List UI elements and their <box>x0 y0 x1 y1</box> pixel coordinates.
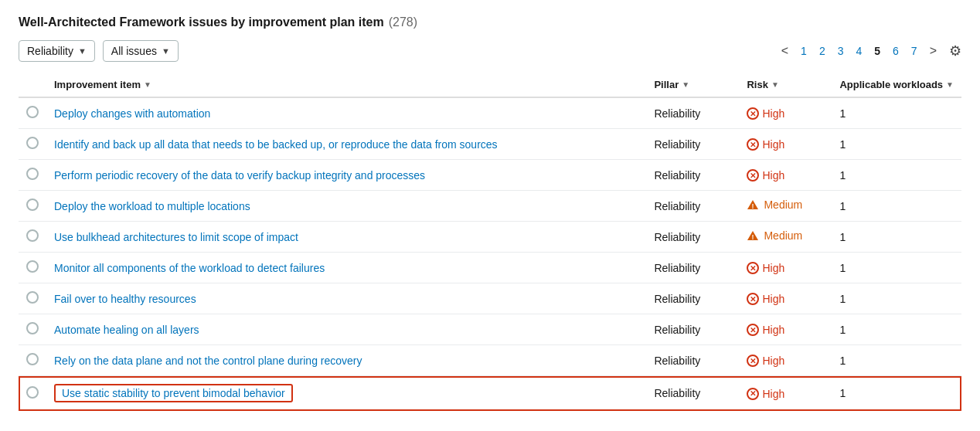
improvement-item-link[interactable]: Identify and back up all data that needs… <box>54 138 498 151</box>
medium-risk-icon: ! <box>747 199 759 211</box>
row-select-radio[interactable] <box>26 353 39 365</box>
table-row: Deploy changes with automationReliabilit… <box>19 97 961 129</box>
improvement-item-link[interactable]: Monitor all components of the workload t… <box>54 262 325 274</box>
risk-label: High <box>762 324 784 336</box>
settings-icon[interactable]: ⚙ <box>949 42 961 59</box>
high-risk-icon: ✕ <box>747 324 759 336</box>
risk-value: ✕High <box>739 129 832 160</box>
workloads-sort-icon: ▼ <box>946 80 954 89</box>
risk-label: High <box>762 293 784 305</box>
improvement-item-link[interactable]: Use static stability to prevent bimodal … <box>54 384 293 402</box>
table-row: Monitor all components of the workload t… <box>19 253 961 283</box>
workloads-count: 1 <box>832 283 961 314</box>
workloads-count: 1 <box>832 376 961 411</box>
table-row: Automate healing on all layersReliabilit… <box>19 314 961 345</box>
controls-row: Reliability ▼ All issues ▼ < 1 2 3 4 5 6… <box>19 40 961 62</box>
medium-risk-icon: ! <box>747 229 759 242</box>
risk-label: High <box>762 388 784 400</box>
page-title: Well-Architected Framework issues by imp… <box>19 15 384 29</box>
risk-sort-icon: ▼ <box>771 80 779 89</box>
table-row: Identify and back up all data that needs… <box>19 129 961 160</box>
improvement-item-link[interactable]: Fail over to healthy resources <box>54 293 196 305</box>
improvement-item-sort-icon: ▼ <box>144 80 151 89</box>
risk-value: ✕High <box>739 283 832 314</box>
improvement-item-link[interactable]: Rely on the data plane and not the contr… <box>54 355 362 367</box>
svg-text:!: ! <box>752 233 754 241</box>
pillar-dropdown-arrow: ▼ <box>78 46 87 56</box>
improvement-item-link[interactable]: Use bulkhead architectures to limit scop… <box>54 231 298 243</box>
pillar-value: Reliability <box>646 97 739 129</box>
improvement-item-link[interactable]: Deploy changes with automation <box>54 107 210 120</box>
risk-value: ✕High <box>739 376 832 411</box>
page-7[interactable]: 7 <box>907 43 922 59</box>
page-1[interactable]: 1 <box>796 43 812 59</box>
pillar-value: Reliability <box>646 253 739 283</box>
risk-label: High <box>762 107 784 120</box>
high-risk-icon: ✕ <box>747 262 759 274</box>
page-6[interactable]: 6 <box>888 43 903 59</box>
risk-value: !Medium <box>739 222 832 253</box>
pillar-value: Reliability <box>646 376 739 411</box>
workloads-count: 1 <box>832 345 961 376</box>
pillar-value: Reliability <box>646 222 739 253</box>
table-row: Use static stability to prevent bimodal … <box>19 376 961 411</box>
pillar-dropdown[interactable]: Reliability ▼ <box>19 40 95 62</box>
title-row: Well-Architected Framework issues by imp… <box>19 15 961 29</box>
table-row: Use bulkhead architectures to limit scop… <box>19 222 961 253</box>
row-select-radio[interactable] <box>26 137 39 149</box>
row-select-radio[interactable] <box>26 260 39 273</box>
col-risk[interactable]: Risk ▼ <box>739 73 832 97</box>
workloads-count: 1 <box>832 191 961 222</box>
page-2[interactable]: 2 <box>815 43 830 59</box>
pillar-sort-icon: ▼ <box>682 80 689 89</box>
page-5-current: 5 <box>869 43 885 59</box>
issues-dropdown[interactable]: All issues ▼ <box>103 40 179 62</box>
high-risk-icon: ✕ <box>747 355 759 367</box>
next-page-button[interactable]: > <box>925 42 941 59</box>
risk-value: ✕High <box>739 253 832 283</box>
col-improvement-item[interactable]: Improvement item ▼ <box>46 73 646 97</box>
risk-label: Medium <box>764 229 802 242</box>
page-3[interactable]: 3 <box>833 43 849 59</box>
high-risk-icon: ✕ <box>747 107 759 120</box>
row-select-radio[interactable] <box>26 322 39 334</box>
row-select-radio[interactable] <box>26 168 39 180</box>
pillar-value: Reliability <box>646 314 739 345</box>
improvement-item-link[interactable]: Perform periodic recovery of the data to… <box>54 169 425 182</box>
row-select-radio[interactable] <box>26 386 39 399</box>
row-select-radio[interactable] <box>26 199 39 211</box>
col-workloads[interactable]: Applicable workloads ▼ <box>832 73 961 97</box>
pillar-dropdown-label: Reliability <box>27 45 73 57</box>
risk-value: ✕High <box>739 160 832 191</box>
page-4[interactable]: 4 <box>851 43 866 59</box>
pillar-value: Reliability <box>646 345 739 376</box>
pillar-value: Reliability <box>646 283 739 314</box>
high-risk-icon: ✕ <box>747 169 759 182</box>
risk-label: High <box>762 355 784 367</box>
row-select-radio[interactable] <box>26 291 39 304</box>
issues-table: Improvement item ▼ Pillar ▼ Risk ▼ <box>19 73 961 411</box>
risk-value: ✕High <box>739 97 832 129</box>
workloads-count: 1 <box>832 129 961 160</box>
prev-page-button[interactable]: < <box>777 42 793 59</box>
page-container: Well-Architected Framework issues by imp… <box>19 15 961 411</box>
high-risk-icon: ✕ <box>747 388 759 400</box>
high-risk-icon: ✕ <box>747 293 759 305</box>
svg-text:!: ! <box>752 202 754 210</box>
table-row: Perform periodic recovery of the data to… <box>19 160 961 191</box>
filter-controls: Reliability ▼ All issues ▼ <box>19 40 179 62</box>
high-risk-icon: ✕ <box>747 138 759 151</box>
table-row: Fail over to healthy resourcesReliabilit… <box>19 283 961 314</box>
row-select-radio[interactable] <box>26 229 39 242</box>
improvement-item-link[interactable]: Automate healing on all layers <box>54 324 199 336</box>
table-row: Rely on the data plane and not the contr… <box>19 345 961 376</box>
risk-label: Medium <box>764 199 802 211</box>
improvement-item-link[interactable]: Deploy the workload to multiple location… <box>54 200 250 212</box>
risk-value: ✕High <box>739 345 832 376</box>
pillar-value: Reliability <box>646 160 739 191</box>
workloads-count: 1 <box>832 97 961 129</box>
workloads-count: 1 <box>832 314 961 345</box>
table-header-row: Improvement item ▼ Pillar ▼ Risk ▼ <box>19 73 961 97</box>
col-pillar[interactable]: Pillar ▼ <box>646 73 739 97</box>
row-select-radio[interactable] <box>26 106 39 118</box>
